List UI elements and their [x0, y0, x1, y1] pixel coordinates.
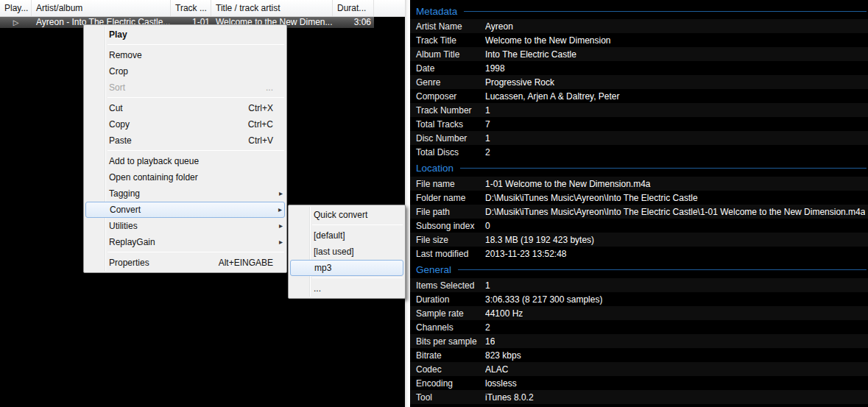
- menu-item-label: Sort: [109, 79, 266, 96]
- column-header-artist-album[interactable]: Artist/album: [32, 0, 171, 16]
- property-label: Genre: [416, 77, 485, 88]
- property-row-genre[interactable]: GenreProgressive Rock: [410, 75, 868, 89]
- property-row-subsong-index[interactable]: Subsong index0: [410, 219, 868, 233]
- menu-separator: [107, 97, 284, 98]
- property-row-total-tracks[interactable]: Total Tracks7: [410, 117, 868, 131]
- menu-item-label: [default]: [314, 227, 392, 244]
- property-value: 1: [485, 280, 490, 291]
- property-row-channels[interactable]: Channels2: [410, 320, 868, 334]
- panel-splitter[interactable]: [405, 0, 410, 407]
- menu-item-shortcut: ...: [266, 79, 273, 96]
- property-row-track-number[interactable]: Track Number1: [410, 103, 868, 117]
- property-row-disc-number[interactable]: Disc Number1: [410, 131, 868, 145]
- menu-item-label: Open containing folder: [109, 169, 273, 185]
- menu-item-replaygain[interactable]: ReplayGain▸: [84, 234, 286, 250]
- menu-item-label: Cut: [109, 100, 248, 116]
- menu-item-label: Add to playback queue: [109, 153, 273, 169]
- property-value: 18.3 MB (19 192 423 bytes): [485, 235, 594, 245]
- property-label: Bits per sample: [416, 336, 485, 347]
- property-row-last-modified[interactable]: Last modified2013-11-23 13:52:48: [410, 247, 868, 261]
- menu-item-shortcut: Ctrl+V: [248, 132, 273, 149]
- property-row-total-discs[interactable]: Total Discs2: [410, 145, 868, 159]
- column-header-title[interactable]: Title / track artist: [211, 0, 333, 16]
- property-row-encoding[interactable]: Encodinglossless: [410, 376, 868, 390]
- property-label: Bitrate: [416, 350, 485, 361]
- property-row-artist-name[interactable]: Artist NameAyreon: [410, 19, 868, 33]
- menu-separator: [107, 252, 284, 252]
- property-label: File size: [416, 235, 485, 245]
- property-row-album-title[interactable]: Album TitleInto The Electric Castle: [410, 47, 868, 61]
- submenu-arrow-icon: ▸: [279, 218, 283, 234]
- menu-item-properties[interactable]: PropertiesAlt+EINGABE: [84, 255, 286, 271]
- property-value: D:\Musik\iTunes Music\Ayreon\Into The El…: [485, 207, 865, 217]
- menu-item-paste[interactable]: PasteCtrl+V: [84, 132, 286, 149]
- property-value: 2: [485, 147, 490, 158]
- menu-item-play[interactable]: Play: [84, 26, 286, 43]
- column-header-track[interactable]: Track ...: [171, 0, 211, 16]
- property-value: 2: [485, 322, 490, 333]
- property-label: Last modified: [416, 249, 485, 259]
- menu-item-copy[interactable]: CopyCtrl+C: [84, 116, 286, 132]
- menu-item-utilities[interactable]: Utilities▸: [84, 218, 286, 234]
- submenu-arrow-icon: ▸: [279, 234, 283, 250]
- menu-item-crop[interactable]: Crop: [84, 63, 286, 79]
- property-row-codec[interactable]: CodecALAC: [410, 362, 868, 376]
- property-row-bitrate[interactable]: Bitrate823 kbps: [410, 348, 868, 362]
- property-value: 0: [485, 221, 490, 231]
- menu-item-quick-convert[interactable]: Quick convert: [289, 207, 405, 223]
- property-value: Lucassen, Arjen A & Daltrey, Peter: [485, 91, 620, 102]
- menu-item-open-containing-folder[interactable]: Open containing folder: [84, 169, 286, 185]
- menu-item-add-to-playback-queue[interactable]: Add to playback queue: [84, 153, 286, 169]
- menu-item-label: Utilities: [109, 218, 273, 234]
- property-value: 1: [485, 105, 490, 116]
- section-title: Metadata: [416, 6, 457, 17]
- property-row-file-size[interactable]: File size18.3 MB (19 192 423 bytes): [410, 233, 868, 247]
- menu-item-last-used[interactable]: [last used]: [289, 244, 405, 260]
- property-value: ALAC: [485, 364, 508, 375]
- column-header-filler: [374, 0, 405, 16]
- property-row-date[interactable]: Date1998: [410, 61, 868, 75]
- menu-item-cut[interactable]: CutCtrl+X: [84, 100, 286, 116]
- property-row-folder-name[interactable]: Folder nameD:\Musik\iTunes Music\Ayreon\…: [410, 191, 868, 205]
- property-value: 16: [485, 336, 495, 347]
- menu-item-label: Tagging: [109, 185, 273, 202]
- property-label: Total Discs: [416, 147, 485, 158]
- menu-separator: [107, 150, 284, 151]
- menu-item-tagging[interactable]: Tagging▸: [84, 185, 286, 202]
- context-menu: PlayRemoveCropSort...CutCtrl+XCopyCtrl+C…: [83, 24, 287, 273]
- property-row-items-selected[interactable]: Items Selected1: [410, 278, 868, 292]
- property-row-track-title[interactable]: Track TitleWelcome to the New Dimension: [410, 33, 868, 47]
- property-value: 3:06.333 (8 217 300 samples): [485, 294, 602, 305]
- property-value: Ayreon: [485, 21, 513, 32]
- menu-item-more[interactable]: ...: [289, 280, 405, 297]
- menu-item-remove[interactable]: Remove: [84, 47, 286, 63]
- property-row-bits-per-sample[interactable]: Bits per sample16: [410, 334, 868, 348]
- property-row-sample-rate[interactable]: Sample rate44100 Hz: [410, 306, 868, 320]
- property-value: Into The Electric Castle: [485, 49, 576, 60]
- menu-item-label: ...: [314, 280, 392, 297]
- property-label: Tool: [416, 392, 485, 403]
- menu-item-label: Play: [109, 26, 273, 43]
- property-value: D:\Musik\iTunes Music\Ayreon\Into The El…: [485, 193, 698, 203]
- property-value: 823 kbps: [485, 350, 521, 361]
- menu-item-default[interactable]: [default]: [289, 227, 405, 244]
- menu-item-shortcut: Ctrl+X: [248, 100, 273, 116]
- column-header-duration[interactable]: Durat...: [333, 0, 374, 16]
- playlist-column-header-bar: Play... Artist/album Track ... Title / t…: [0, 0, 405, 17]
- property-value: iTunes 8.0.2: [485, 392, 534, 403]
- section-header-rule: [460, 168, 867, 169]
- menu-item-label: [last used]: [314, 244, 392, 260]
- property-label: Items Selected: [416, 280, 485, 291]
- property-row-composer[interactable]: ComposerLucassen, Arjen A & Daltrey, Pet…: [410, 89, 868, 103]
- property-row-tool[interactable]: TooliTunes 8.0.2: [410, 390, 868, 404]
- menu-item-sort[interactable]: Sort...: [84, 79, 286, 96]
- property-row-file-name[interactable]: File name1-01 Welcome to the New Dimensi…: [410, 177, 868, 191]
- property-row-file-path[interactable]: File pathD:\Musik\iTunes Music\Ayreon\In…: [410, 205, 868, 219]
- menu-item-mp3[interactable]: mp3: [290, 260, 403, 276]
- property-value: Welcome to the New Dimension: [485, 35, 611, 46]
- menu-item-convert[interactable]: Convert▸: [85, 202, 285, 218]
- property-row-duration[interactable]: Duration3:06.333 (8 217 300 samples): [410, 292, 868, 306]
- menu-item-label: Paste: [109, 132, 248, 149]
- column-header-playing[interactable]: Play...: [0, 0, 32, 16]
- submenu-arrow-icon: ▸: [278, 202, 282, 219]
